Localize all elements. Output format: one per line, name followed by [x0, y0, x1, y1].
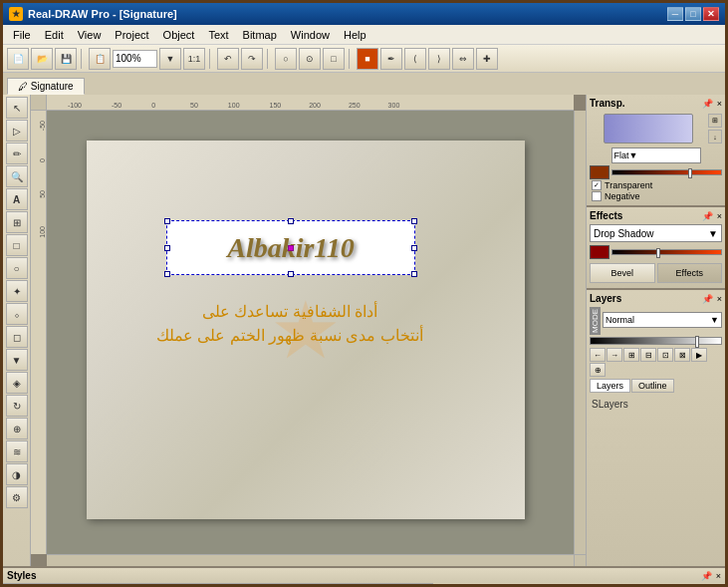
zoom-tool[interactable]: 🔍 [6, 165, 28, 187]
handle-tm[interactable] [288, 218, 294, 224]
layer-btn-6[interactable]: ⊠ [674, 348, 690, 362]
warp-tool[interactable]: ≋ [6, 440, 28, 462]
transparency-close[interactable]: × [717, 99, 722, 109]
layers-tab-outline[interactable]: Outline [631, 379, 674, 393]
layers-mode-dropdown[interactable]: Normal ▼ [603, 312, 722, 328]
dropper-tool[interactable]: ◈ [6, 372, 28, 394]
square-tool[interactable]: □ [323, 48, 345, 70]
styles-tab-shadows[interactable]: Shadows & Effect [195, 583, 284, 587]
brush-tool[interactable]: ⬦ [6, 303, 28, 325]
bevel-button[interactable]: Bevel [590, 263, 655, 283]
ellipse-tool[interactable]: ○ [6, 257, 28, 279]
target-tool[interactable]: ⊙ [299, 48, 321, 70]
styles-tab-bevel[interactable]: Bevel [155, 583, 196, 587]
color-tool[interactable]: ■ [357, 48, 378, 70]
tool4[interactable]: ⟩ [428, 48, 450, 70]
layers-opacity-slider[interactable] [590, 337, 722, 345]
menu-help[interactable]: Help [338, 28, 372, 42]
effects-button[interactable]: Effects [657, 263, 723, 283]
effects-pin[interactable]: 📌 [702, 211, 713, 221]
shadow-tool[interactable]: ◑ [6, 463, 28, 485]
transp-mini-btn1[interactable]: ⊞ [708, 114, 722, 128]
styles-scroll-left[interactable]: ◀ [703, 583, 714, 587]
styles-tab-libr[interactable]: Libr... [393, 583, 433, 587]
effects-tool[interactable]: ⚙ [6, 486, 28, 508]
handle-center[interactable] [288, 245, 294, 251]
transparency-pin[interactable]: 📌 [702, 99, 713, 109]
menu-view[interactable]: View [72, 28, 108, 42]
rect-tool[interactable]: □ [6, 234, 28, 256]
styles-scroll-right[interactable]: ▶ [714, 583, 725, 587]
handle-br[interactable] [411, 271, 417, 277]
handle-tl[interactable] [164, 218, 170, 224]
zoom-input[interactable] [113, 50, 157, 68]
circle-tool[interactable]: ○ [275, 48, 297, 70]
styles-tab-color[interactable]: Color & Texture [3, 583, 83, 587]
redo-button[interactable]: ↷ [241, 48, 263, 70]
select-tool[interactable]: ↖ [6, 97, 28, 119]
layer-btn-7[interactable]: ▶ [691, 348, 707, 362]
handle-ml[interactable] [164, 245, 170, 251]
menu-edit[interactable]: Edit [39, 28, 70, 42]
rotate-tool[interactable]: ↻ [6, 395, 28, 417]
transp-mini-btn2[interactable]: ↓ [708, 130, 722, 144]
pen-tool-left[interactable]: ✏ [6, 143, 28, 164]
effects-type-dropdown[interactable]: Drop Shadow ▼ [590, 224, 722, 242]
minimize-button[interactable]: ─ [667, 7, 683, 21]
handle-bm[interactable] [288, 271, 294, 277]
selected-text-object[interactable]: Albakir110 [166, 220, 415, 275]
canvas[interactable]: ★ Albakir110 أ [87, 141, 525, 519]
menu-bitmap[interactable]: Bitmap [237, 28, 283, 42]
crop-tool[interactable]: ⊕ [6, 418, 28, 440]
canvas-scrollbar-vertical[interactable] [574, 111, 586, 566]
ratio-button[interactable]: 1:1 [183, 48, 205, 70]
transparency-preview[interactable] [604, 114, 693, 144]
save-button[interactable]: 💾 [55, 48, 77, 70]
copy-button[interactable]: 📋 [89, 48, 111, 70]
styles-pin[interactable]: 📌 [701, 571, 712, 581]
styles-tab-librarya[interactable]: Library A [340, 583, 393, 587]
tool3[interactable]: ⟨ [404, 48, 426, 70]
eraser-tool[interactable]: ◻ [6, 326, 28, 348]
layers-close[interactable]: × [717, 294, 722, 304]
layer-btn-2[interactable]: → [607, 348, 622, 362]
menu-project[interactable]: Project [109, 28, 154, 42]
canvas-scrollbar-horizontal[interactable] [47, 554, 574, 566]
layers-pin[interactable]: 📌 [702, 294, 713, 304]
transparency-slider-thumb[interactable] [688, 168, 692, 178]
layer-btn-8[interactable]: ⊕ [590, 363, 606, 377]
menu-object[interactable]: Object [157, 28, 201, 42]
menu-window[interactable]: Window [285, 28, 336, 42]
effects-color-swatch[interactable] [590, 245, 609, 259]
tool5[interactable]: ⇔ [452, 48, 474, 70]
effects-slider-thumb[interactable] [656, 248, 660, 258]
fill-tool[interactable]: ▼ [6, 349, 28, 371]
opacity-thumb[interactable] [695, 336, 699, 348]
layer-btn-4[interactable]: ⊟ [640, 348, 656, 362]
effects-slider[interactable] [611, 249, 722, 255]
effects-close[interactable]: × [717, 211, 722, 221]
move-tool[interactable]: ✚ [476, 48, 498, 70]
new-button[interactable]: 📄 [7, 48, 29, 70]
close-button[interactable]: ✕ [703, 7, 719, 21]
styles-tab-transparency[interactable]: Transparency [83, 583, 155, 587]
text-tool[interactable]: A [6, 188, 28, 210]
styles-collapse[interactable]: × [716, 571, 721, 581]
open-button[interactable]: 📂 [31, 48, 53, 70]
pen-tool[interactable]: ✒ [380, 48, 402, 70]
layer-btn-5[interactable]: ⊡ [657, 348, 673, 362]
handle-bl[interactable] [164, 271, 170, 277]
styles-tab-3dlights[interactable]: 3D Lights [284, 583, 340, 587]
transparency-slider[interactable] [611, 169, 722, 175]
transparency-type-dropdown[interactable]: Flat ▼ [611, 147, 701, 163]
handle-mr[interactable] [411, 245, 417, 251]
layer-btn-3[interactable]: ⊞ [623, 348, 639, 362]
transparent-checkbox[interactable]: ✓ [592, 180, 602, 190]
negative-checkbox[interactable] [592, 191, 602, 201]
menu-text[interactable]: Text [202, 28, 234, 42]
maximize-button[interactable]: □ [685, 7, 701, 21]
menu-file[interactable]: File [7, 28, 37, 42]
node-tool[interactable]: ▷ [6, 120, 28, 142]
star-tool[interactable]: ✦ [6, 280, 28, 302]
document-tab[interactable]: 🖊 Signature [7, 78, 85, 95]
